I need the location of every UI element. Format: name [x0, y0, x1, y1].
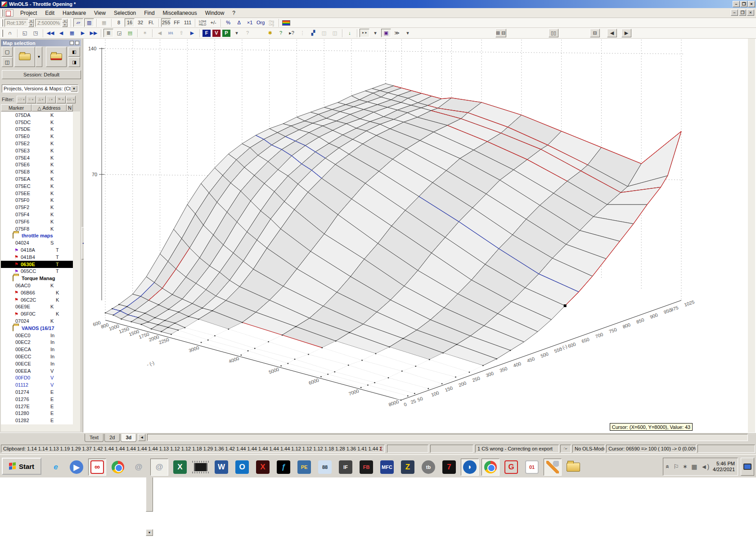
surface-3d-plot[interactable]: 1407060080010001250150017502000225030004…	[84, 39, 748, 433]
last-map-button[interactable]: ▶▶	[89, 29, 99, 37]
map-row[interactable]: 01280E	[1, 410, 73, 417]
mdi-restore-button[interactable]: ❒	[739, 9, 746, 16]
map-row[interactable]: ⚑0418AT	[1, 246, 73, 254]
hex-view-button[interactable]: FF	[172, 18, 182, 27]
map-row[interactable]: 00EC2In	[1, 339, 73, 346]
folder-row[interactable]: VANOS (16/17	[1, 325, 73, 332]
factor-button[interactable]: ×1	[245, 18, 255, 27]
outlook-icon[interactable]: O	[233, 459, 251, 476]
auto-wizard-button[interactable]: ✱	[265, 29, 275, 37]
prev-map-button[interactable]: ◀	[56, 29, 66, 37]
filter-button-5[interactable]: ⚑ ▾	[56, 96, 66, 103]
tab-2d[interactable]: 2d	[104, 434, 120, 442]
menu-selection[interactable]: Selection	[110, 9, 140, 17]
map-row[interactable]: 00EEAV	[1, 367, 73, 375]
map-row[interactable]: 075E2K	[1, 140, 73, 147]
map-row[interactable]: 06E9EK	[1, 303, 73, 311]
map-row[interactable]: 075E4K	[1, 154, 73, 161]
folder-row[interactable]: throttle maps	[1, 232, 73, 240]
winols-taskbar-icon[interactable]: ∞	[88, 459, 106, 476]
network-tray-icon[interactable]: ▦	[691, 463, 697, 470]
pane-prev-button[interactable]: ◀	[607, 29, 617, 37]
decimal-view-button[interactable]: 255	[161, 18, 171, 27]
menu-window[interactable]: Window	[201, 9, 229, 17]
window-split-control[interactable]: ⊞ ⊟	[495, 29, 506, 37]
percent-button[interactable]: %	[223, 18, 233, 27]
new-map-button[interactable]: ▢	[2, 47, 13, 57]
menu-find[interactable]: Find	[140, 9, 158, 17]
magic-hat-button[interactable]: ∩	[5, 29, 15, 37]
vertical-split-control[interactable]: ▯▯	[549, 29, 558, 37]
map-row[interactable]: 00ECEIn	[1, 360, 73, 367]
soccer-7-icon[interactable]: 7	[440, 459, 458, 476]
percent-window-button[interactable]: P	[222, 30, 230, 37]
session-button[interactable]: Session: Default	[2, 70, 81, 79]
column-header-n[interactable]: N	[67, 104, 73, 111]
folder-row[interactable]: Torque Manag	[1, 275, 73, 282]
map-pack-in-button[interactable]: ◧	[68, 47, 80, 57]
menu-project[interactable]: Project	[16, 9, 41, 17]
filter-button-2[interactable]: ≡ ▾	[27, 96, 36, 103]
map-row[interactable]: 01274E	[1, 388, 73, 396]
internet-explorer-icon[interactable]: e	[47, 459, 65, 476]
map-row[interactable]: 01112V	[1, 381, 73, 388]
map-row[interactable]: ⚑065CCT	[1, 268, 73, 275]
help-button[interactable]: ?	[276, 29, 286, 37]
next-map-button[interactable]: ▶	[78, 29, 88, 37]
factor-window-button[interactable]: F	[202, 30, 211, 37]
wrench-icon[interactable]	[544, 459, 562, 476]
maximize-button[interactable]: ❒	[740, 1, 747, 7]
chart-area[interactable]: 1407060080010001250150017502000225030004…	[84, 39, 748, 433]
column-header-address[interactable]: △ Address	[32, 104, 67, 111]
explorer-folder-icon[interactable]	[564, 459, 582, 476]
map-row[interactable]: 0127EE	[1, 403, 73, 410]
whats-this-button[interactable]: ▸?	[287, 29, 297, 37]
map-row[interactable]: 075E6K	[1, 161, 73, 169]
value-window-button[interactable]: V	[212, 30, 220, 37]
color-scale-button[interactable]	[281, 18, 291, 27]
tab-3d[interactable]: 3d	[121, 434, 136, 442]
original-button[interactable]: Org	[256, 18, 266, 27]
preview-window-button[interactable]: ◲	[114, 29, 124, 37]
map-row[interactable]: 00ECCIn	[1, 353, 73, 360]
import-data-button[interactable]: ↓	[345, 29, 355, 37]
map-row[interactable]: 04024S	[1, 239, 73, 246]
rotation-spinner[interactable]: ▴▾	[28, 19, 34, 27]
window-dropdown-arrow[interactable]: ▾	[232, 29, 242, 37]
list-vertical-scrollbar[interactable]: ▲ ▼	[73, 111, 80, 424]
column-spacing-button[interactable]: ‣‣	[360, 29, 369, 37]
column-header-marker[interactable]: Marker	[1, 104, 32, 111]
sign-button[interactable]: +/-	[208, 18, 218, 27]
calculator-icon[interactable]: 88	[316, 459, 334, 476]
first-map-button[interactable]: ◀◀	[45, 29, 55, 37]
view-3d-grid-button[interactable]: ▥	[84, 18, 94, 27]
start-button[interactable]: Start	[2, 458, 41, 475]
app-gray-2-icon[interactable]: @	[150, 459, 168, 476]
map-pack-out-button[interactable]: ◨	[68, 57, 80, 67]
pane-next-button[interactable]: ▶	[621, 29, 631, 37]
map-row[interactable]: 075F2K	[1, 204, 73, 211]
map-row[interactable]: 075DEK	[1, 126, 73, 133]
width-16bit-button[interactable]: 16	[125, 18, 135, 27]
close-button[interactable]: ×	[748, 1, 755, 7]
list-horizontal-scrollbar[interactable]: ◀ ▶	[1, 424, 80, 432]
media-player-icon[interactable]: ▶	[68, 459, 86, 476]
tb-icon[interactable]: tb	[419, 459, 437, 476]
filter-button-6[interactable]: KK ▾	[66, 96, 76, 103]
gdata-icon[interactable]: G	[502, 459, 520, 476]
map-row[interactable]: 075E0K	[1, 133, 73, 140]
recycle-basket-button[interactable]: ▤	[125, 29, 135, 37]
toolbar-grip[interactable]	[1, 30, 3, 37]
tab-text[interactable]: Text	[85, 434, 104, 442]
map-row[interactable]: 075ECK	[1, 183, 73, 190]
show-desktop-button[interactable]	[741, 458, 754, 476]
map-row[interactable]: 07024K	[1, 317, 73, 325]
privacy-browser-icon[interactable]	[482, 459, 500, 476]
map-row[interactable]: 075DCK	[1, 119, 73, 126]
zoom-field[interactable]: Z:50000%	[35, 19, 62, 27]
menu-edit[interactable]: Edit	[41, 9, 58, 17]
save-map-button[interactable]: ◫	[2, 57, 13, 67]
eprom-chip-icon[interactable]	[192, 459, 210, 476]
panel-close-button[interactable]	[75, 41, 79, 45]
map-row[interactable]: 075F0K	[1, 197, 73, 204]
